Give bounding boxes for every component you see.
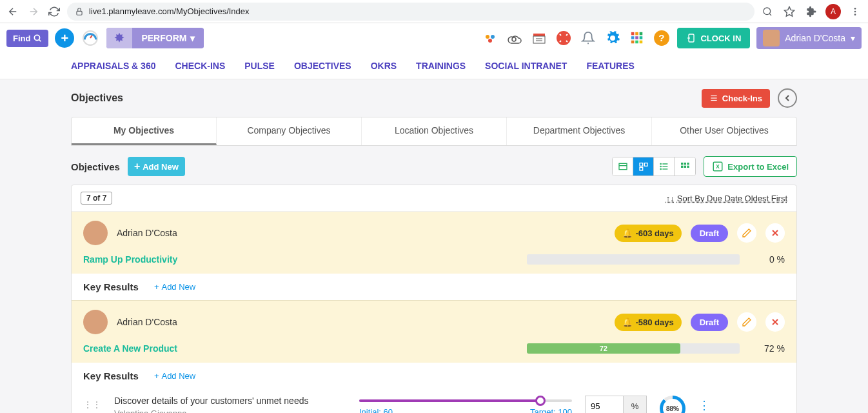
reload-icon[interactable] bbox=[46, 4, 62, 19]
progress-percent: 72 % bbox=[753, 343, 785, 354]
nav-appraisals[interactable]: APPRAISALS & 360 bbox=[71, 61, 155, 71]
nav-okrs[interactable]: OKRS bbox=[371, 61, 397, 71]
nav-trainings[interactable]: TRAININGS bbox=[416, 61, 466, 71]
user-avatar bbox=[83, 221, 108, 245]
back-button[interactable] bbox=[778, 88, 797, 108]
chrome-profile-avatar[interactable]: A bbox=[825, 4, 841, 19]
nav-pulse[interactable]: PULSE bbox=[244, 61, 275, 71]
svg-rect-22 bbox=[636, 41, 639, 44]
days-remaining-badge: 🔔-580 days bbox=[615, 314, 681, 331]
key-result-slider[interactable]: Initial: 60 Target: 100 bbox=[359, 396, 572, 413]
extensions-icon[interactable] bbox=[804, 4, 819, 19]
progress-bar: 72 bbox=[527, 343, 740, 354]
view-grid-icon[interactable] bbox=[675, 157, 695, 176]
subtab-department[interactable]: Department Objectives bbox=[507, 117, 652, 145]
perform-button[interactable]: PERFORM ▾ bbox=[132, 28, 204, 48]
apps-grid-icon[interactable] bbox=[628, 29, 646, 47]
perform-menu[interactable]: PERFORM ▾ bbox=[106, 28, 204, 48]
key-result-donut: 88% bbox=[660, 396, 686, 413]
view-card-icon[interactable] bbox=[613, 157, 633, 176]
search-icon[interactable] bbox=[760, 4, 775, 19]
nav-social[interactable]: SOCIAL INTRANET bbox=[485, 61, 567, 71]
subtab-my-objectives[interactable]: My Objectives bbox=[72, 117, 217, 145]
value-input[interactable] bbox=[585, 396, 624, 413]
objective-card: Adrian D'Costa 🔔-603 days Draft Ramp Up … bbox=[72, 212, 796, 274]
clock-in-label: CLOCK IN bbox=[700, 34, 741, 43]
svg-rect-15 bbox=[631, 32, 635, 35]
svg-rect-30 bbox=[619, 163, 627, 169]
svg-point-40 bbox=[660, 168, 661, 169]
count-badge: 7 of 7 bbox=[81, 192, 112, 205]
slider-target-label: Target: 100 bbox=[530, 407, 572, 413]
help-icon[interactable]: ? bbox=[653, 29, 671, 47]
list-meta: 7 of 7 ↑↓ Sort By Due Date Oldest First bbox=[72, 185, 796, 212]
svg-rect-16 bbox=[636, 32, 639, 35]
key-results-title: Key Results bbox=[83, 370, 139, 381]
svg-text:?: ? bbox=[659, 32, 665, 43]
svg-point-38 bbox=[660, 163, 661, 164]
bell-icon[interactable] bbox=[579, 29, 597, 47]
find-button[interactable]: Find bbox=[6, 30, 48, 47]
slider-initial-label: Initial: 60 bbox=[359, 407, 393, 413]
key-result-description: Discover details of your customers' unme… bbox=[114, 396, 346, 406]
gear-icon[interactable] bbox=[604, 29, 622, 47]
checkins-button[interactable]: Check-Ins bbox=[702, 89, 770, 108]
objective-card: Adrian D'Costa 🔔-580 days Draft Create A… bbox=[72, 300, 796, 363]
calendar-icon[interactable] bbox=[530, 29, 548, 47]
svg-point-4 bbox=[854, 14, 856, 15]
delete-button[interactable] bbox=[765, 312, 785, 332]
user-menu[interactable]: Adrian D'Costa ▾ bbox=[756, 27, 862, 49]
clock-in-button[interactable]: CLOCK IN bbox=[677, 28, 750, 48]
key-result-owner: Valentina Giovanna bbox=[114, 408, 346, 413]
star-icon[interactable] bbox=[782, 4, 797, 19]
svg-rect-44 bbox=[681, 166, 683, 168]
main-nav: APPRAISALS & 360 CHECK-INS PULSE OBJECTI… bbox=[0, 53, 868, 79]
nav-features[interactable]: FEATURES bbox=[586, 61, 634, 71]
nav-checkins[interactable]: CHECK-INS bbox=[175, 61, 225, 71]
key-results-title: Key Results bbox=[83, 281, 139, 292]
svg-point-8 bbox=[488, 39, 492, 43]
add-key-result-button[interactable]: +Add New bbox=[154, 371, 195, 381]
forward-icon[interactable] bbox=[26, 4, 41, 19]
progress-percent: 0 % bbox=[753, 254, 785, 265]
svg-rect-11 bbox=[533, 36, 545, 43]
nav-objectives[interactable]: OBJECTIVES bbox=[294, 61, 351, 71]
sort-button[interactable]: ↑↓ Sort By Due Date Oldest First bbox=[666, 194, 787, 203]
key-result-value-input: % bbox=[585, 396, 647, 413]
objective-title[interactable]: Ramp Up Productivity bbox=[83, 254, 177, 265]
export-label: Export to Excel bbox=[727, 162, 789, 172]
expand-icon[interactable] bbox=[555, 29, 573, 47]
dashboard-icon[interactable] bbox=[81, 28, 100, 48]
view-list-icon[interactable] bbox=[654, 157, 675, 176]
export-excel-button[interactable]: X Export to Excel bbox=[704, 156, 797, 177]
svg-rect-17 bbox=[640, 32, 643, 35]
edit-button[interactable] bbox=[737, 223, 756, 243]
svg-rect-19 bbox=[636, 36, 639, 39]
chrome-menu-icon[interactable] bbox=[847, 4, 863, 19]
add-button[interactable]: + bbox=[55, 28, 74, 48]
add-new-objective-button[interactable]: +Add New bbox=[128, 157, 185, 176]
svg-point-39 bbox=[660, 166, 661, 166]
subtab-location[interactable]: Location Objectives bbox=[362, 117, 507, 145]
view-detail-icon[interactable] bbox=[633, 157, 654, 176]
key-result-more-icon[interactable]: ⋮ bbox=[698, 398, 710, 412]
subtab-other-user[interactable]: Other User Objectives bbox=[652, 117, 796, 145]
svg-rect-42 bbox=[684, 163, 686, 165]
svg-rect-34 bbox=[640, 167, 643, 170]
svg-rect-20 bbox=[640, 36, 643, 39]
url-bar[interactable]: live1.planmyleave.com/MyObjectives/Index bbox=[67, 3, 755, 21]
cloud-icon[interactable] bbox=[506, 29, 524, 47]
svg-point-3 bbox=[854, 10, 856, 12]
team-icon[interactable] bbox=[481, 29, 499, 47]
progress-bar bbox=[527, 254, 740, 265]
subtab-company[interactable]: Company Objectives bbox=[217, 117, 362, 145]
delete-button[interactable] bbox=[765, 223, 785, 243]
objective-title[interactable]: Create A New Product bbox=[83, 343, 177, 354]
add-key-result-button[interactable]: +Add New bbox=[154, 282, 195, 292]
back-icon[interactable] bbox=[5, 4, 21, 19]
edit-button[interactable] bbox=[737, 312, 756, 332]
drag-handle-icon[interactable]: ⋮⋮ bbox=[83, 399, 101, 410]
objective-owner: Adrian D'Costa bbox=[117, 317, 177, 327]
key-results-header: Key Results +Add New bbox=[72, 363, 796, 389]
browser-chrome: live1.planmyleave.com/MyObjectives/Index… bbox=[0, 0, 868, 23]
